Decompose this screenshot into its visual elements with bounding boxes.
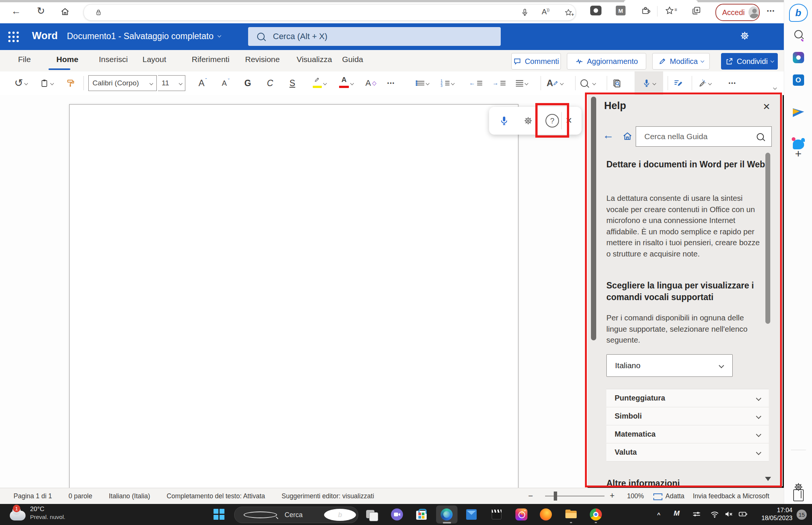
edge-browser-icon[interactable] xyxy=(441,508,453,520)
zoom-in-button[interactable]: + xyxy=(610,491,615,501)
app-launcher-icon[interactable] xyxy=(8,32,20,43)
weather-widget[interactable]: 1 20°C Preval. nuvol. xyxy=(10,505,65,520)
chat-teams-icon[interactable] xyxy=(391,508,403,520)
font-more-icon[interactable]: ••• xyxy=(387,71,395,95)
status-text-predictions[interactable]: Completamento del testo: Attivata xyxy=(167,492,265,500)
home-icon[interactable] xyxy=(60,7,70,17)
italic-button[interactable]: C xyxy=(267,71,273,95)
battery-icon[interactable] xyxy=(738,509,748,519)
autoformat-button[interactable] xyxy=(698,71,711,95)
bing-chat-icon[interactable]: b xyxy=(789,4,808,22)
fit-width-label[interactable]: Adatta xyxy=(665,492,685,500)
tab-file[interactable]: File xyxy=(18,55,31,64)
tab-inserisci[interactable]: Inserisci xyxy=(99,55,128,64)
drop-icon[interactable] xyxy=(793,108,804,117)
font-name-select[interactable]: Calibri (Corpo) xyxy=(88,71,157,95)
microsoft-store-icon[interactable] xyxy=(415,508,427,520)
help-search-box[interactable] xyxy=(636,126,772,147)
outdent-button[interactable]: ← xyxy=(469,71,482,95)
editing-mode-button[interactable]: Modifica xyxy=(652,53,710,70)
read-aloud-icon[interactable]: A)) xyxy=(542,8,550,16)
collections-icon[interactable] xyxy=(692,6,701,15)
help-home-icon[interactable] xyxy=(622,131,633,141)
find-button[interactable] xyxy=(580,71,595,95)
align-button[interactable] xyxy=(516,71,528,95)
language-dropdown[interactable]: Italiano xyxy=(606,354,733,377)
outlook-icon[interactable]: O xyxy=(793,74,804,86)
tab-guida[interactable]: Guida xyxy=(342,55,363,64)
paste-button[interactable] xyxy=(40,71,53,95)
tray-sliders-icon[interactable] xyxy=(692,509,701,519)
instagram-icon[interactable] xyxy=(515,508,527,520)
document-scrollbar[interactable] xyxy=(591,97,596,340)
help-search-input[interactable] xyxy=(644,132,757,141)
zoom-level[interactable]: 100% xyxy=(627,492,644,500)
zoom-slider-thumb[interactable] xyxy=(554,492,557,501)
mail-icon[interactable] xyxy=(465,508,477,520)
wifi-icon[interactable] xyxy=(710,509,720,519)
accordion-punteggiatura[interactable]: Punteggiatura xyxy=(606,389,769,407)
status-editor-suggestions[interactable]: Suggerimenti editor: visualizzati xyxy=(282,492,374,500)
status-page-count[interactable]: Pagina 1 di 1 xyxy=(14,492,52,500)
sidebar-search-icon[interactable] xyxy=(794,30,803,40)
fit-width-icon[interactable] xyxy=(653,493,662,500)
sidebar-settings-icon[interactable] xyxy=(793,481,804,493)
back-icon[interactable]: ← xyxy=(11,6,21,16)
accordion-matematica[interactable]: Matematica xyxy=(606,425,769,443)
refresh-icon[interactable]: ↻ xyxy=(37,6,45,16)
tray-m-icon[interactable]: M xyxy=(674,509,680,517)
sign-in-button[interactable]: Accedi xyxy=(715,4,760,21)
styles-button[interactable]: A xyxy=(547,71,563,95)
extensions-puzzle-icon[interactable] xyxy=(641,6,650,15)
settings-gear-icon[interactable] xyxy=(739,30,750,41)
sidebar-add-icon[interactable]: + xyxy=(795,147,802,160)
highlight-button[interactable] xyxy=(313,71,326,95)
extension-capture-icon[interactable] xyxy=(590,6,601,15)
extension-m-icon[interactable]: M xyxy=(616,6,626,15)
accordion-simboli[interactable]: Simboli xyxy=(606,407,769,425)
bullet-list-button[interactable] xyxy=(416,71,429,95)
font-size-select[interactable]: 11 xyxy=(158,71,185,95)
dictate-button[interactable] xyxy=(635,71,663,95)
tab-visualizza[interactable]: Visualizza xyxy=(297,55,332,64)
help-scrollbar[interactable] xyxy=(765,153,770,324)
favorites-bar-icon[interactable]: ≡ xyxy=(665,6,674,15)
help-search-icon[interactable] xyxy=(757,133,764,140)
scroll-down-arrow-icon[interactable] xyxy=(765,477,771,481)
tab-revisione[interactable]: Revisione xyxy=(245,55,280,64)
tab-home[interactable]: Home xyxy=(56,55,78,64)
text-effects-button[interactable]: A◇ xyxy=(365,71,376,95)
dictation-settings-icon[interactable] xyxy=(523,115,533,126)
app-name[interactable]: Word xyxy=(32,30,58,42)
document-title[interactable]: Documento1 - Salvataggio completato xyxy=(67,31,221,41)
immersive-reader-icon[interactable] xyxy=(612,71,622,95)
feedback-link[interactable]: Invia feedback a Microsoft xyxy=(693,492,769,500)
dictation-close-icon[interactable]: ✕ xyxy=(565,116,572,126)
site-lock-icon[interactable] xyxy=(94,8,103,17)
microsoft-365-icon[interactable] xyxy=(793,52,804,63)
notification-count-badge[interactable]: 15 xyxy=(797,510,807,520)
help-back-icon[interactable]: ← xyxy=(603,129,614,141)
tab-riferimenti[interactable]: Riferimenti xyxy=(192,55,229,64)
dictation-help-icon[interactable]: ? xyxy=(545,114,559,127)
grow-font-button[interactable]: Aˆ xyxy=(198,71,207,95)
format-painter-icon[interactable] xyxy=(66,71,75,95)
task-view-icon[interactable] xyxy=(366,508,378,520)
font-color-button[interactable]: A xyxy=(339,71,353,95)
bold-button[interactable]: G xyxy=(244,71,251,95)
clock[interactable]: 17:04 18/05/2023 xyxy=(761,506,792,522)
status-word-count[interactable]: 0 parole xyxy=(68,492,92,500)
taskbar-search-box[interactable]: Cerca b xyxy=(234,507,358,523)
status-language[interactable]: Italiano (Italia) xyxy=(109,492,150,500)
browser-more-icon[interactable]: ••• xyxy=(767,8,775,14)
undo-button[interactable]: ↺ xyxy=(14,71,27,95)
firefox-icon[interactable] xyxy=(540,508,552,520)
share-button[interactable]: Condividi xyxy=(721,53,778,70)
media-clapper-icon[interactable] xyxy=(491,508,503,520)
address-bar[interactable]: A)) + xyxy=(83,4,576,21)
underline-button[interactable]: S xyxy=(289,71,295,95)
accordion-valuta[interactable]: Valuta xyxy=(606,443,769,461)
tray-expand-icon[interactable]: ^ xyxy=(657,511,661,518)
shrink-font-button[interactable]: Aˇ xyxy=(222,71,230,95)
header-search-box[interactable]: Cerca (Alt + X) xyxy=(248,27,501,46)
